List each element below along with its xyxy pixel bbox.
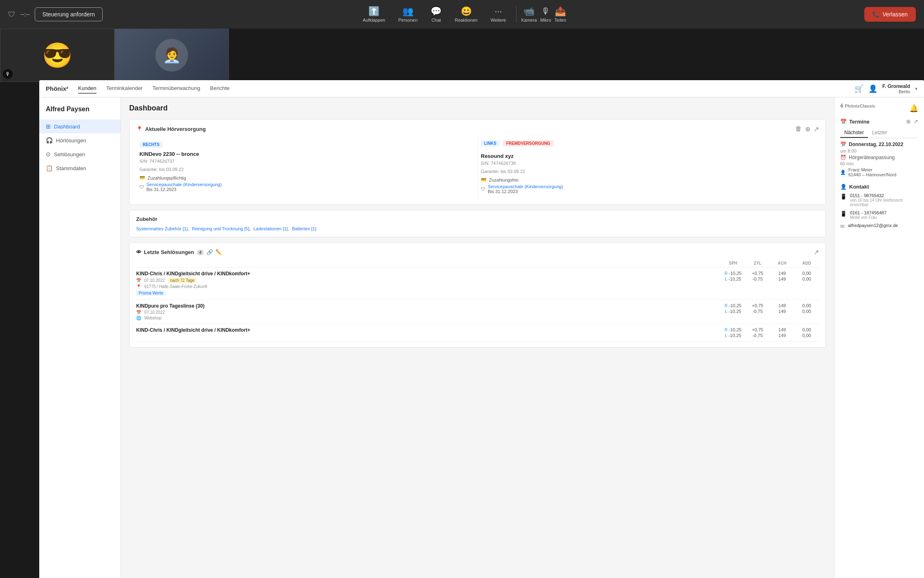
top-bar-left: 🛡 --:-- Steuerung anfordern xyxy=(8,7,103,21)
phone-icon: 📞 xyxy=(872,11,879,18)
accessories-links: Systemnahes Zubehör [1] Reinigung und Tr… xyxy=(136,226,819,231)
sidebar-item-stammdaten[interactable]: 📋 Stammdaten xyxy=(39,161,121,175)
row-3-ach: 149 149 xyxy=(770,327,794,338)
contact-email: alfredpaysen12@gmx.de xyxy=(848,223,898,228)
notification-icon[interactable]: 🔔 xyxy=(909,104,918,113)
nav-label-weitere: Weitere xyxy=(491,18,506,22)
mic-off-indicator: 🎙 xyxy=(3,69,13,79)
link-icon: 🔗 xyxy=(206,249,213,255)
right-panel: ϕ PhönixClassic 🔔 📅 Termine ⊕ ↗ xyxy=(834,97,924,578)
device-service-rechts: 🛡 Servicepauschale (Kinderversorgung) Bi… xyxy=(139,182,474,192)
nav-berichte[interactable]: Berichte xyxy=(210,83,230,94)
nav-item-reaktionen[interactable]: 😀 Reaktionen xyxy=(450,4,482,24)
contact-phone2-row: 📱 0161 - 187456487 Mobil von Frau xyxy=(840,210,918,220)
external-link-icon[interactable]: ↗ xyxy=(814,125,819,133)
row-1-ach: 149 149 xyxy=(770,271,794,281)
row-1-location: 📍 61775 / Halle-Saale-Frohe-Zukunft xyxy=(136,284,721,289)
col-ach: ACH xyxy=(770,261,794,265)
delete-icon[interactable]: 🗑 xyxy=(795,125,802,133)
cart-icon[interactable]: 🛒 xyxy=(854,84,863,93)
sidebar-label-sehloesungen: Sehlösungen xyxy=(54,151,85,157)
right-panel-top: ϕ PhönixClassic 🔔 xyxy=(840,103,918,113)
external-termin-icon[interactable]: ↗ xyxy=(913,118,918,125)
accessories-card: Zubehör Systemnahes Zubehör [1] Reinigun… xyxy=(129,210,826,237)
chat-icon: 💬 xyxy=(431,6,442,17)
camera-button[interactable]: 📹 Kamera xyxy=(521,6,537,22)
badge-fremdversorgung: FREMDVERSORGUNG xyxy=(503,140,554,146)
request-control-button[interactable]: Steuerung anfordern xyxy=(35,7,103,21)
row-1-sph: R -10,25 L -10,25 xyxy=(721,271,745,281)
termine-section-header: 📅 Termine ⊕ ↗ xyxy=(840,118,918,125)
acc-link-2[interactable]: Ladestationen [1] xyxy=(253,226,290,231)
nav-terminueberwachung[interactable]: Terminüberwachung xyxy=(153,83,200,94)
sehloesungen-count: 4 xyxy=(197,250,204,255)
person-icon[interactable]: 👤 xyxy=(868,84,877,93)
sidebar-item-dashboard[interactable]: ⊞ Dashboard xyxy=(39,119,121,133)
device-warranty-links: Garantie: bis 03.09.22 xyxy=(481,169,816,174)
service-icon: 🛡 xyxy=(139,184,144,189)
vision-icon: ⊙ xyxy=(46,151,51,157)
add-icon[interactable]: ⊕ xyxy=(805,125,810,133)
prisma-tag: Prisma Werte xyxy=(136,290,166,296)
nav-item-weitere[interactable]: ··· Weitere xyxy=(486,4,511,24)
nav-terminkalender[interactable]: Terminkalender xyxy=(106,83,143,94)
row-3-title: KIND-Chris / KINDgleitsicht drive / KIND… xyxy=(136,327,721,333)
reaktionen-icon: 😀 xyxy=(461,6,472,17)
nav-label-chat: Chat xyxy=(431,18,441,22)
edit-icon[interactable]: ✏️ xyxy=(215,249,222,255)
row-3-sph-l: L -10,25 xyxy=(721,333,745,338)
acc-link-1[interactable]: Reinigung und Trocknung [5] xyxy=(192,226,252,231)
sidebar-item-hoerloesungen[interactable]: 🎧 Hörlösungen xyxy=(39,133,121,147)
nav-item-personen[interactable]: 👥 Personen xyxy=(393,4,422,24)
nav-item-chat[interactable]: 💬 Chat xyxy=(426,4,446,24)
add-termin-icon[interactable]: ⊕ xyxy=(906,118,911,125)
table-row: KIND-Chris / KINDgleitsicht drive / KIND… xyxy=(136,268,819,300)
contact-phone2-note: Mobil von Frau xyxy=(850,215,886,220)
tab-naechster[interactable]: Nächster xyxy=(840,128,868,138)
record-icon: 📋 xyxy=(46,165,53,171)
hearing-card: 📍 Aktuelle Hörversorgung 🗑 ⊕ ↗ RECHTS KI… xyxy=(129,119,826,205)
acc-link-3[interactable]: Batterien [1] xyxy=(292,226,317,231)
apt-time: um 8:00 xyxy=(840,148,918,153)
row-3-add: 0,00 0,00 xyxy=(794,327,819,338)
leave-button[interactable]: 📞 Verlassen xyxy=(864,7,916,22)
share-button[interactable]: 📤 Teilen xyxy=(554,6,566,22)
sidebar-item-sehloesungen[interactable]: ⊙ Sehlösungen xyxy=(39,147,121,161)
termine-section: 📅 Termine ⊕ ↗ Nächster Letzter 📅 Donne xyxy=(840,118,918,177)
row-1-sph-l: L -10,25 xyxy=(721,277,745,281)
sidebar-label-dashboard: Dashboard xyxy=(54,124,80,130)
tab-letzter[interactable]: Letzter xyxy=(868,128,891,138)
share-icon: 📤 xyxy=(555,6,566,17)
acc-link-0[interactable]: Systemnahes Zubehör [1] xyxy=(136,226,190,231)
emoji-avatar: 😎 xyxy=(42,41,73,70)
apt-date: 📅 Donnerstag, 22.10.2022 xyxy=(840,142,918,147)
row-2-meta: 📅 07.10.2022 xyxy=(136,310,721,315)
camera-icon: 📹 xyxy=(523,6,534,17)
shield-icon: 🛡 xyxy=(8,10,16,19)
col-add: ADD xyxy=(794,261,819,265)
phone-icon-1: 📱 xyxy=(840,193,847,200)
termine-title: 📅 Termine xyxy=(840,119,870,125)
device-name-rechts: KINDevo 2230 -- bronce xyxy=(139,151,474,157)
calendar-icon-panel: 📅 xyxy=(840,119,847,125)
apt-type-icon: ⏰ xyxy=(840,155,846,160)
video-person-bg: 🧑‍💼 xyxy=(115,29,229,81)
hearing-col-links: LINKS FREMDVERSORGUNG Resound xyz S/N: 7… xyxy=(478,137,819,199)
row-1-meta: 📅 07.10.2022 nach 72 Tage xyxy=(136,278,721,283)
contact-phone1-note: von 10 bis 14 Uhr telefonisch erreichbar xyxy=(850,198,918,207)
hearing-card-title: 📍 Aktuelle Hörversorgung xyxy=(136,126,206,132)
user-name: F. Gronwald xyxy=(882,83,910,89)
chevron-down-icon[interactable]: ▾ xyxy=(915,86,917,92)
nav-kunden[interactable]: Kunden xyxy=(78,83,96,94)
apt-person: 👤 Franz Meier 61440 – Hannover/Nord xyxy=(840,167,918,177)
sehloesungen-external-icon[interactable]: ↗ xyxy=(814,248,819,256)
share-label: Teilen xyxy=(554,18,566,22)
mic-button[interactable]: 🎙 Mikro xyxy=(540,6,551,22)
sehloesungen-title: 👁 Letzte Sehlösungen 4 🔗 ✏️ xyxy=(136,249,222,255)
nav-item-aufklappen[interactable]: ⬆️ Aufklappen xyxy=(358,4,390,24)
personen-icon: 👥 xyxy=(402,6,413,17)
col-zyl: ZYL xyxy=(745,261,770,265)
contact-phone1-row: 📱 0151 - 98765432 von 10 bis 14 Uhr tele… xyxy=(840,193,918,207)
kontakt-title: 👤 Kontakt xyxy=(840,184,869,190)
row-2-sph-l: L -10,25 xyxy=(721,309,745,314)
